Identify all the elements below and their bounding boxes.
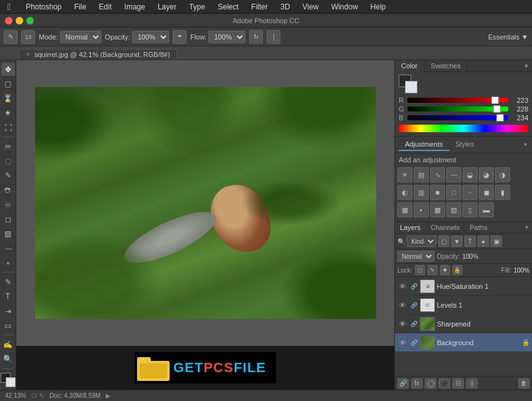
- layers-filter-pixel[interactable]: ▢: [438, 236, 449, 247]
- layers-panel-menu[interactable]: ▼: [521, 222, 532, 233]
- layer-row-background[interactable]: 👁 🔗 Background 🔒: [395, 333, 532, 352]
- shape-tool[interactable]: ▭: [1, 319, 15, 332]
- red-slider-thumb[interactable]: [491, 96, 499, 104]
- layer-row-sharpened[interactable]: 👁 🔗 Sharpened: [395, 315, 532, 333]
- adj-exposure[interactable]: ⸻: [446, 167, 461, 182]
- eyedropper-tool[interactable]: ✏: [1, 140, 15, 153]
- smoothing-icon[interactable]: ↻: [249, 30, 263, 44]
- green-slider-thumb[interactable]: [493, 105, 501, 113]
- angle-icon[interactable]: ⌠: [267, 30, 280, 44]
- adj-selective-color[interactable]: ▪: [414, 202, 429, 217]
- menu-photoshop[interactable]: Photoshop: [23, 3, 64, 11]
- red-slider[interactable]: [407, 98, 508, 103]
- close-tab-icon[interactable]: ✕: [26, 51, 31, 58]
- adj-curves[interactable]: ∿: [430, 167, 445, 182]
- adj-channel-mixer[interactable]: ■: [430, 185, 445, 200]
- maximize-button[interactable]: [26, 17, 34, 24]
- blue-slider-thumb[interactable]: [496, 114, 504, 122]
- layer-link-levels[interactable]: 🔗: [409, 301, 418, 310]
- path-selection-tool[interactable]: ⇥: [1, 305, 15, 318]
- adj-extra1[interactable]: ▩: [430, 202, 445, 217]
- panel-menu-icon[interactable]: ▼: [523, 63, 529, 70]
- apple-menu-icon[interactable]: : [5, 2, 13, 12]
- opacity-select[interactable]: 100%: [132, 31, 169, 43]
- menu-3d[interactable]: 3D: [278, 3, 292, 11]
- menu-file[interactable]: File: [72, 3, 89, 11]
- add-mask-btn[interactable]: ◯: [425, 378, 436, 388]
- adj-posterize[interactable]: ◼: [479, 185, 494, 200]
- marquee-tool[interactable]: ▢: [1, 77, 15, 90]
- layer-visibility-levels[interactable]: 👁: [397, 300, 407, 310]
- airbrush-icon[interactable]: ☂: [173, 30, 187, 44]
- eraser-tool[interactable]: ◻: [1, 212, 15, 226]
- close-button[interactable]: [5, 17, 13, 24]
- adj-levels[interactable]: ▤: [414, 167, 429, 182]
- tab-color[interactable]: Color: [395, 60, 424, 72]
- menu-image[interactable]: Image: [122, 3, 148, 11]
- opacity-option-value[interactable]: 100%: [463, 253, 479, 260]
- new-fill-layer-btn[interactable]: ⚫: [439, 378, 450, 388]
- hand-tool[interactable]: ✍: [1, 338, 15, 351]
- menu-view[interactable]: View: [300, 3, 321, 11]
- tab-paths[interactable]: Paths: [465, 222, 493, 233]
- layers-kind-filter[interactable]: Kind: [407, 236, 436, 247]
- delete-layer-btn[interactable]: 🗑: [518, 378, 529, 388]
- blue-slider[interactable]: [407, 115, 508, 120]
- clone-tool[interactable]: ⛑: [1, 184, 15, 197]
- layers-filter-adjustment[interactable]: ▼: [451, 236, 463, 247]
- adj-panel-menu[interactable]: ▼: [523, 142, 528, 148]
- new-group-btn[interactable]: ☷: [453, 378, 464, 388]
- layer-row-hue-saturation[interactable]: 👁 🔗 ◕ Hue/Saturation 1: [395, 277, 532, 296]
- layer-visibility-background[interactable]: 👁: [397, 338, 407, 348]
- menu-layer[interactable]: Layer: [155, 3, 179, 11]
- lock-all-btn[interactable]: 🔒: [453, 265, 463, 275]
- essentials-workspace[interactable]: Essentials ▼: [488, 33, 528, 41]
- adj-invert[interactable]: ▫: [463, 185, 478, 200]
- lasso-tool[interactable]: ⌛: [1, 92, 15, 105]
- link-layers-btn[interactable]: 🔗: [397, 378, 409, 388]
- dodge-tool[interactable]: ⚬: [1, 256, 15, 269]
- adj-hue-sat[interactable]: ◕: [479, 167, 494, 182]
- type-tool[interactable]: T: [1, 290, 15, 303]
- crop-tool[interactable]: ⛶: [1, 121, 15, 134]
- lock-paint-btn[interactable]: ✎: [427, 265, 437, 275]
- adj-vibrance[interactable]: ◒: [463, 167, 478, 182]
- menu-edit[interactable]: Edit: [96, 3, 115, 11]
- layer-link-sharpened[interactable]: 🔗: [409, 320, 418, 328]
- menu-help[interactable]: Help: [368, 3, 389, 11]
- tab-channels[interactable]: Channels: [426, 222, 464, 233]
- layer-link-background[interactable]: 🔗: [409, 338, 418, 347]
- tab-styles[interactable]: Styles: [449, 138, 481, 151]
- menu-window[interactable]: Window: [329, 3, 361, 11]
- brush-size-icon[interactable]: 13: [21, 30, 35, 44]
- move-tool[interactable]: ✥: [1, 63, 15, 76]
- layers-filter-shape[interactable]: ●: [478, 236, 489, 247]
- menu-filter[interactable]: Filter: [248, 3, 270, 11]
- background-color[interactable]: [405, 81, 417, 93]
- blend-mode-select[interactable]: Normal: [397, 251, 434, 262]
- tab-layers[interactable]: Layers: [395, 222, 426, 233]
- minimize-button[interactable]: [16, 17, 23, 24]
- color-picker[interactable]: [1, 373, 16, 387]
- layer-row-levels[interactable]: 👁 🔗 ▤ Levels 1: [395, 296, 532, 315]
- adj-brightness[interactable]: ☀: [397, 167, 412, 182]
- mode-select[interactable]: Normal: [60, 31, 101, 43]
- status-icon-1[interactable]: ⎔: [31, 392, 37, 399]
- lock-position-btn[interactable]: ✚: [440, 265, 450, 275]
- status-arrow[interactable]: ▶: [106, 392, 111, 399]
- blur-tool[interactable]: ⸻: [1, 242, 15, 255]
- color-spectrum[interactable]: [399, 125, 528, 132]
- adj-extra3[interactable]: ▯: [463, 202, 478, 217]
- document-tab[interactable]: ✕ squirrel.jpg @ 42.1% (Background, RGB/…: [19, 49, 177, 60]
- lock-transparent-btn[interactable]: ◻: [415, 265, 425, 275]
- status-icon-2[interactable]: ↻: [39, 392, 44, 399]
- flow-select[interactable]: 100%: [208, 31, 245, 43]
- green-slider[interactable]: [407, 107, 508, 112]
- adj-gradient-map[interactable]: ▦: [397, 202, 412, 217]
- history-brush-tool[interactable]: ♾: [1, 198, 15, 211]
- add-style-btn[interactable]: fx: [411, 378, 422, 388]
- gradient-tool[interactable]: ▨: [1, 227, 15, 241]
- tab-swatches[interactable]: Swatches: [424, 60, 468, 71]
- layer-link-hue-sat[interactable]: 🔗: [409, 282, 418, 291]
- layer-visibility-sharpened[interactable]: 👁: [397, 319, 407, 329]
